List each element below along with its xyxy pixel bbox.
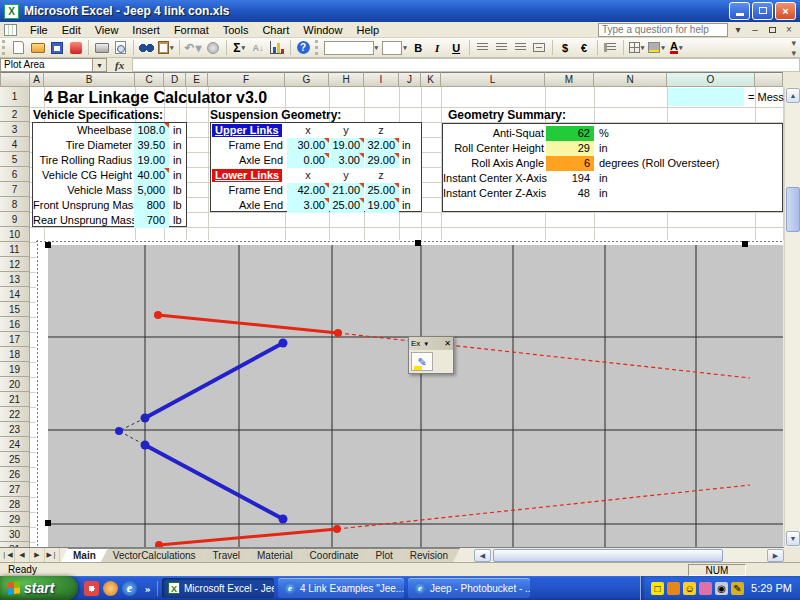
- column-header-partial[interactable]: [755, 72, 783, 87]
- workbook-close-button[interactable]: ×: [782, 24, 796, 35]
- row-header-26[interactable]: 26: [0, 467, 30, 482]
- print-button[interactable]: [92, 39, 111, 57]
- name-box[interactable]: Plot Area: [0, 58, 93, 72]
- tray-volume-icon[interactable]: ◉: [715, 582, 728, 595]
- tab-next-icon[interactable]: ▶: [30, 548, 45, 562]
- column-header-B[interactable]: B: [44, 72, 135, 87]
- task-button-3[interactable]: eJeep - Photobucket - ...: [408, 578, 530, 598]
- highlighted-cell-o1[interactable]: [668, 88, 744, 106]
- row-header-10[interactable]: 10: [0, 227, 30, 242]
- row-header-13[interactable]: 13: [0, 272, 30, 287]
- row-header-23[interactable]: 23: [0, 422, 30, 437]
- menu-insert[interactable]: Insert: [125, 23, 167, 37]
- column-header-D[interactable]: D: [164, 72, 186, 87]
- sheet-tab-travel[interactable]: Travel: [201, 548, 252, 562]
- summary-value[interactable]: 194: [546, 171, 594, 186]
- workbook-minimize-button[interactable]: –: [748, 24, 762, 35]
- start-button[interactable]: start: [0, 576, 78, 600]
- research-button[interactable]: [137, 39, 156, 57]
- indent-button[interactable]: [601, 39, 620, 57]
- link-z-value[interactable]: 32.00: [365, 138, 399, 153]
- paste-button[interactable]: ▾: [156, 39, 176, 57]
- column-header-M[interactable]: M: [545, 72, 594, 87]
- column-header-L[interactable]: L: [441, 72, 545, 87]
- link-y-value[interactable]: 25.00: [330, 198, 364, 213]
- link-y-value[interactable]: 3.00: [330, 153, 364, 168]
- sheet-tab-coordinate[interactable]: Coordinate: [298, 548, 371, 562]
- exit-design-mode-button[interactable]: ✎: [411, 352, 433, 371]
- row-header-19[interactable]: 19: [0, 362, 30, 377]
- summary-value[interactable]: 6: [546, 156, 594, 171]
- font-size[interactable]: ▾: [380, 39, 409, 57]
- link-y-value[interactable]: 21.00: [330, 183, 364, 198]
- align-center-button[interactable]: [492, 39, 511, 57]
- borders-button[interactable]: ▾: [627, 39, 647, 57]
- menu-file[interactable]: File: [23, 23, 55, 37]
- column-header-J[interactable]: J: [399, 72, 421, 87]
- spec-value[interactable]: 39.50: [134, 138, 169, 153]
- restore-button[interactable]: [752, 2, 773, 20]
- horizontal-scrollbar[interactable]: ◀ ▶: [474, 548, 784, 562]
- spec-value[interactable]: 108.0: [134, 123, 169, 138]
- toolbar-drag-handle[interactable]: [315, 40, 319, 55]
- toolbar-options-icon[interactable]: ▾▾: [787, 38, 800, 58]
- tab-previous-icon[interactable]: ◀: [15, 548, 30, 562]
- row-header-25[interactable]: 25: [0, 452, 30, 467]
- link-y-value[interactable]: 19.00: [330, 138, 364, 153]
- menu-edit[interactable]: Edit: [55, 23, 88, 37]
- scroll-up-icon[interactable]: ▲: [786, 88, 800, 103]
- row-header-8[interactable]: 8: [0, 197, 30, 212]
- new-button[interactable]: [9, 39, 28, 57]
- row-header-12[interactable]: 12: [0, 257, 30, 272]
- row-header-4[interactable]: 4: [0, 137, 30, 152]
- print-preview-button[interactable]: [111, 39, 130, 57]
- row-header-1[interactable]: 1: [0, 87, 30, 107]
- sheet-tab-vectorcalculations[interactable]: VectorCalculations: [101, 548, 208, 562]
- font-color-button[interactable]: A▾: [667, 39, 686, 57]
- open-button[interactable]: [28, 39, 47, 57]
- formula-input[interactable]: [132, 58, 800, 72]
- row-header-30[interactable]: 30: [0, 527, 30, 542]
- floating-toolbar-close-icon[interactable]: ✕: [444, 339, 451, 348]
- sheet-tab-material[interactable]: Material: [245, 548, 305, 562]
- vertical-scrollbar[interactable]: ▲ ▼: [784, 87, 800, 547]
- spec-value[interactable]: 800: [134, 198, 169, 213]
- tray-display-icon[interactable]: □: [651, 582, 664, 595]
- row-header-9[interactable]: 9: [0, 212, 30, 227]
- column-header-O[interactable]: O: [667, 72, 755, 87]
- sheet-tab-plot[interactable]: Plot: [364, 548, 405, 562]
- row-header-5[interactable]: 5: [0, 152, 30, 167]
- link-x-value[interactable]: 0.00: [287, 153, 329, 168]
- merge-center-button[interactable]: [530, 39, 549, 57]
- row-header-27[interactable]: 27: [0, 482, 30, 497]
- scroll-left-icon[interactable]: ◀: [474, 549, 491, 562]
- save-button[interactable]: [47, 39, 66, 57]
- select-all-corner[interactable]: [0, 72, 30, 87]
- link-z-value[interactable]: 19.00: [365, 198, 399, 213]
- row-header-28[interactable]: 28: [0, 497, 30, 512]
- tray-messenger-orange-icon[interactable]: [667, 582, 680, 595]
- close-button[interactable]: ×: [775, 2, 796, 20]
- scroll-right-icon[interactable]: ▶: [767, 549, 784, 562]
- quick-launch-media-icon[interactable]: [103, 581, 118, 596]
- horizontal-scroll-thumb[interactable]: [493, 549, 723, 562]
- link-z-value[interactable]: 25.00: [365, 183, 399, 198]
- column-header-E[interactable]: E: [186, 72, 208, 87]
- column-header-G[interactable]: G: [285, 72, 329, 87]
- row-header-16[interactable]: 16: [0, 317, 30, 332]
- tray-smiley-icon[interactable]: ☺: [683, 582, 696, 595]
- sort-ascending-button[interactable]: A↓: [249, 39, 268, 57]
- summary-value[interactable]: 48: [546, 186, 594, 201]
- row-header-17[interactable]: 17: [0, 332, 30, 347]
- column-header-C[interactable]: C: [135, 72, 164, 87]
- row-header-21[interactable]: 21: [0, 392, 30, 407]
- help-button[interactable]: ?: [294, 39, 313, 57]
- link-x-value[interactable]: 30.00: [287, 138, 329, 153]
- menu-tools[interactable]: Tools: [216, 23, 256, 37]
- tab-last-icon[interactable]: ▶❘: [45, 548, 60, 562]
- row-header-6[interactable]: 6: [0, 167, 30, 182]
- link-z-value[interactable]: 29.00: [365, 153, 399, 168]
- link-x-value[interactable]: 3.00: [287, 198, 329, 213]
- tray-pen-icon[interactable]: ✎: [731, 582, 744, 595]
- font-name[interactable]: ▾: [322, 39, 381, 57]
